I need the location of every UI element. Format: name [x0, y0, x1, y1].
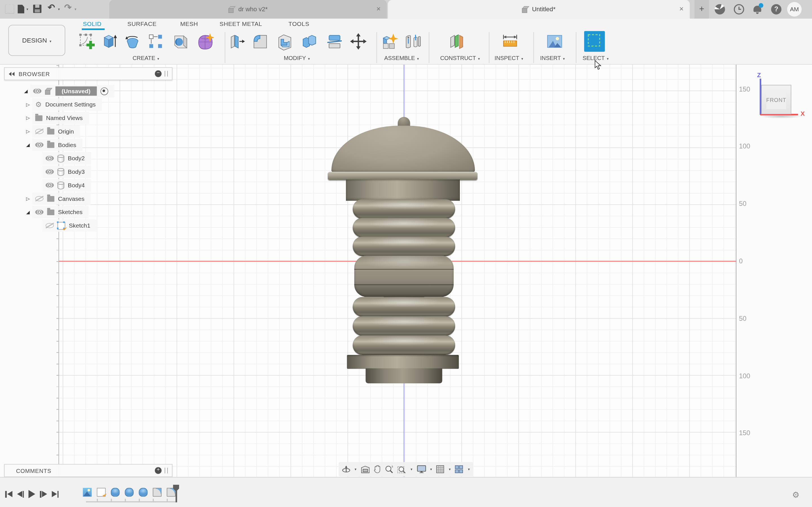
- hole-button[interactable]: [171, 32, 189, 51]
- workspace-switcher-design[interactable]: DESIGN: [8, 25, 65, 56]
- ribbon-tab-sheet-metal[interactable]: SHEET METAL: [220, 20, 262, 27]
- caret-down-icon[interactable]: ▼: [467, 467, 470, 471]
- caret-down-icon[interactable]: ▾: [58, 7, 60, 11]
- go-to-end-button[interactable]: [52, 491, 59, 497]
- model-base-flange[interactable]: [347, 355, 459, 369]
- tree-row-label[interactable]: Origin: [58, 128, 74, 135]
- new-component-button[interactable]: [381, 32, 399, 51]
- caret-down-icon[interactable]: ▼: [448, 467, 451, 471]
- tree-row-body4[interactable]: Body4: [43, 179, 172, 192]
- visibility-off-eye-icon[interactable]: [46, 223, 54, 228]
- move-copy-button[interactable]: [350, 32, 367, 51]
- timeline-revolve-feature[interactable]: [125, 488, 134, 497]
- tree-row-document-settings[interactable]: ▷ ⚙ Document Settings: [25, 98, 172, 111]
- timeline-marker-bar[interactable]: [175, 490, 177, 502]
- viewports-icon[interactable]: [455, 465, 463, 473]
- press-pull-button[interactable]: [229, 32, 246, 51]
- go-to-start-button[interactable]: [5, 491, 12, 497]
- model-foot[interactable]: [366, 369, 442, 383]
- save-icon[interactable]: [33, 5, 42, 13]
- caret-down-icon[interactable]: ▼: [430, 467, 433, 471]
- tree-row-body2[interactable]: Body2: [43, 152, 172, 165]
- expanded-icon[interactable]: ◢: [25, 210, 31, 215]
- visibility-eye-icon[interactable]: [46, 156, 54, 161]
- model-ring[interactable]: [353, 335, 455, 355]
- ribbon-tab-mesh[interactable]: MESH: [180, 20, 198, 27]
- timeline-sketch-feature[interactable]: [97, 488, 105, 497]
- tree-row-label[interactable]: Named Views: [46, 115, 83, 121]
- activate-component-radio[interactable]: [100, 87, 108, 95]
- tree-row-label[interactable]: Body2: [68, 155, 85, 161]
- model-ring[interactable]: [353, 316, 455, 336]
- caret-down-icon[interactable]: ▾: [74, 7, 76, 11]
- help-icon[interactable]: ?: [771, 4, 781, 15]
- tree-row-origin[interactable]: ▷ Origin: [25, 125, 172, 138]
- fillet-button[interactable]: [251, 32, 269, 51]
- browser-header[interactable]: BROWSER: [4, 67, 172, 80]
- viewcube-front-face[interactable]: FRONT: [766, 90, 786, 109]
- tree-row-label[interactable]: Body4: [68, 182, 85, 188]
- model-ring[interactable]: [353, 199, 455, 219]
- collapse-all-icon[interactable]: [155, 70, 161, 77]
- pan-hand-icon[interactable]: [373, 465, 381, 473]
- step-forward-button[interactable]: [40, 491, 47, 497]
- document-tab-inactive[interactable]: dr who v2* ×: [109, 0, 387, 18]
- tree-row-named-views[interactable]: ▷ Named Views: [25, 111, 172, 125]
- measure-button[interactable]: [501, 32, 519, 51]
- collapsed-icon[interactable]: ▷: [25, 115, 31, 121]
- step-back-button[interactable]: [17, 491, 24, 497]
- file-menu-icon[interactable]: [17, 5, 24, 13]
- create-form-button[interactable]: [196, 32, 214, 51]
- construct-plane-button[interactable]: [449, 32, 466, 51]
- collapse-panel-icon[interactable]: [9, 71, 14, 76]
- expanded-icon[interactable]: ◢: [25, 142, 31, 147]
- split-body-button[interactable]: [326, 32, 343, 51]
- create-sketch-button[interactable]: [78, 32, 96, 51]
- zoom-icon[interactable]: ±: [385, 465, 393, 473]
- undo-icon[interactable]: ↶: [48, 3, 55, 12]
- ribbon-tab-surface[interactable]: SURFACE: [128, 20, 157, 27]
- ribbon-tab-solid[interactable]: SOLID: [83, 20, 101, 27]
- collapsed-icon[interactable]: ▷: [25, 196, 31, 201]
- viewport[interactable]: 150 100 50 0 50 100 150 FRONT Z X: [0, 65, 812, 477]
- grid-settings-icon[interactable]: [436, 465, 444, 473]
- caret-down-icon[interactable]: ▼: [354, 467, 357, 471]
- document-tab-active[interactable]: Untitled* ×: [388, 0, 690, 18]
- model-ring[interactable]: [353, 236, 455, 256]
- look-at-icon[interactable]: [361, 465, 369, 473]
- tree-row-bodies[interactable]: ◢ Bodies: [25, 138, 172, 152]
- visibility-eye-icon[interactable]: [35, 142, 43, 147]
- panel-grip-icon[interactable]: [165, 467, 168, 473]
- visibility-eye-icon[interactable]: [46, 169, 54, 174]
- group-label-modify[interactable]: MODIFY: [284, 55, 310, 61]
- visibility-eye-icon[interactable]: [35, 210, 43, 215]
- caret-down-icon[interactable]: ▾: [27, 7, 28, 11]
- group-label-inspect[interactable]: INSPECT: [495, 55, 523, 61]
- orbit-icon[interactable]: [342, 465, 350, 473]
- tree-row-canvases[interactable]: ▷ Canvases: [25, 192, 172, 205]
- caret-down-icon[interactable]: ▼: [410, 467, 413, 471]
- ribbon-tab-tools[interactable]: TOOLS: [289, 20, 309, 27]
- panel-grip-icon[interactable]: [165, 71, 168, 76]
- tree-row-label[interactable]: Sketches: [58, 209, 83, 215]
- model-barrel[interactable]: [354, 256, 454, 297]
- timeline-revolve-feature[interactable]: [111, 488, 119, 497]
- extensions-icon[interactable]: [715, 4, 725, 15]
- user-avatar[interactable]: AM: [787, 2, 802, 16]
- group-label-assemble[interactable]: ASSEMBLE: [384, 55, 419, 61]
- timeline-canvas-feature[interactable]: [83, 488, 92, 497]
- play-button[interactable]: [29, 490, 35, 498]
- timeline-revolve-feature[interactable]: [139, 488, 147, 497]
- extrude-button[interactable]: [101, 32, 118, 51]
- add-comment-icon[interactable]: [155, 467, 161, 474]
- tree-row-sketch1[interactable]: Sketch1: [43, 219, 172, 232]
- group-label-create[interactable]: CREATE: [133, 55, 159, 61]
- joint-button[interactable]: [404, 32, 421, 51]
- job-status-clock-icon[interactable]: [734, 4, 744, 15]
- model-ring[interactable]: [353, 218, 455, 237]
- visibility-off-eye-icon[interactable]: [35, 129, 43, 134]
- timeline-fillet-feature[interactable]: [153, 488, 161, 497]
- tree-row-sketches[interactable]: ◢ Sketches: [25, 205, 172, 219]
- group-label-insert[interactable]: INSERT: [540, 55, 565, 61]
- tree-row-label[interactable]: Document Settings: [45, 101, 96, 108]
